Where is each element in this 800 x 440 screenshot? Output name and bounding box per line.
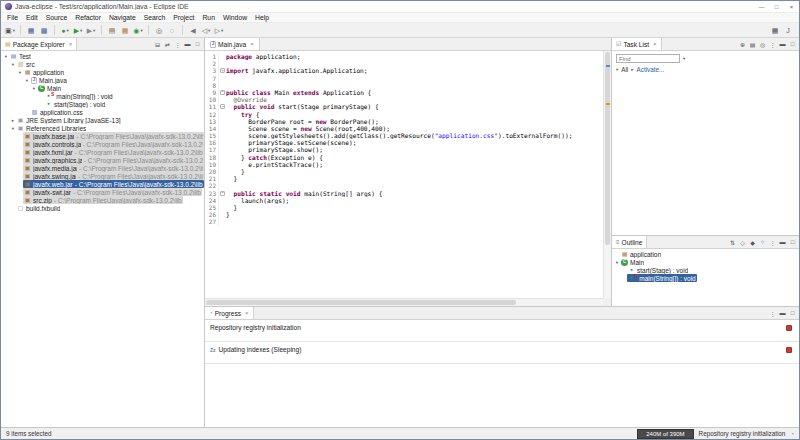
outline-item-application[interactable]: ▦application <box>612 250 799 258</box>
debug-button[interactable]: ●▾ <box>59 24 71 36</box>
explorer-item-javafx-base-jar[interactable]: ▣javafx.base.jar - C:\Program Files\Java… <box>1 132 204 140</box>
external-tools-button[interactable]: ▶▾ <box>85 24 97 36</box>
categorized-icon[interactable]: ▤ <box>748 40 757 49</box>
view-menu-icon[interactable]: ⋮ <box>768 238 777 247</box>
menu-window[interactable]: Window <box>219 14 251 21</box>
find-input[interactable] <box>616 54 680 63</box>
menu-edit[interactable]: Edit <box>22 14 42 21</box>
explorer-item-referenced-libraries[interactable]: ▾▣Referenced Libraries <box>1 124 204 132</box>
explorer-item-javafx-media-jar[interactable]: ▣javafx.media.jar - C:\Program Files\Jav… <box>1 164 204 172</box>
editor-vertical-scrollbar[interactable] <box>603 51 611 298</box>
open-perspective-button[interactable]: ▦ <box>769 24 781 36</box>
code-line-12[interactable]: 12 try { <box>205 111 603 118</box>
close-button[interactable]: × <box>784 1 799 12</box>
minimize-view-icon[interactable]: ▬ <box>778 238 787 247</box>
hide-fields-icon[interactable]: ◇ <box>738 238 747 247</box>
sort-icon[interactable]: ⇅ <box>728 238 737 247</box>
close-icon[interactable]: × <box>250 41 254 47</box>
code-line-14[interactable]: 14 Scene scene = new Scene(root,400,400)… <box>205 125 603 132</box>
code-line-23[interactable]: 23− public static void main(String[] arg… <box>205 190 603 197</box>
outline-item-main[interactable]: ▾CMain <box>612 258 799 266</box>
fold-expanded-icon[interactable]: − <box>218 89 226 96</box>
scrollbar-thumb[interactable] <box>605 52 610 245</box>
code-line-22[interactable]: 22 <box>205 182 603 189</box>
explorer-item-build-fxbuild[interactable]: ▢build.fxbuild <box>1 204 204 212</box>
code-line-20[interactable]: 20 } <box>205 168 603 175</box>
menu-project[interactable]: Project <box>169 14 198 21</box>
code-line-21[interactable]: 21 } <box>205 175 603 182</box>
code-line-10[interactable]: 10 @Override <box>205 96 603 103</box>
close-icon[interactable]: × <box>245 310 249 316</box>
explorer-item-main-string-void[interactable]: ●Smain(String[]) : void <box>1 92 204 100</box>
chevron-down-icon[interactable]: ▾ <box>616 67 618 72</box>
run-button[interactable]: ▶▾ <box>72 24 84 36</box>
tab-package-explorer[interactable]: ▤ Package Explorer × <box>1 38 77 50</box>
fold-expanded-icon[interactable]: − <box>218 103 226 110</box>
menu-help[interactable]: Help <box>251 14 273 21</box>
explorer-item-main[interactable]: ▾CMain <box>1 84 204 92</box>
minimize-view-icon[interactable]: ▬ <box>183 40 192 49</box>
fold-collapsed-icon[interactable]: + <box>218 67 226 74</box>
code-line-9[interactable]: 9−public class Main extends Application … <box>205 89 603 96</box>
search-button[interactable]: ◌ <box>166 24 178 36</box>
code-line-13[interactable]: 13 BorderPane root = new BorderPane(); <box>205 118 603 125</box>
explorer-item-start-stage-void[interactable]: ●start(Stage) : void <box>1 100 204 108</box>
progress-indicator-icon[interactable]: ◔ <box>790 431 794 437</box>
activate-link[interactable]: Activate... <box>637 66 665 73</box>
code-line-27[interactable]: 27 <box>205 218 603 225</box>
link-with-editor-icon[interactable]: ⇄ <box>163 40 172 49</box>
code-line-2[interactable]: 2 <box>205 60 603 67</box>
focus-on-workweek-icon[interactable]: ◎ <box>758 40 767 49</box>
explorer-item-javafx-swt-jar[interactable]: ▣javafx-swt.jar - C:\Program Files\Java\… <box>1 188 204 196</box>
stop-task-button[interactable] <box>786 347 792 353</box>
new-java-project-button[interactable]: ▤ <box>106 24 118 36</box>
open-type-button[interactable]: ◎ <box>153 24 165 36</box>
maximize-view-icon[interactable]: □ <box>788 309 797 318</box>
menu-navigate[interactable]: Navigate <box>105 14 140 21</box>
explorer-item-javafx-web-jar[interactable]: ▣javafx.web.jar - C:\Program Files\Java\… <box>1 180 204 188</box>
menu-refactor[interactable]: Refactor <box>71 14 105 21</box>
view-menu-icon[interactable]: ⋮ <box>173 40 182 49</box>
outline-item-start-stage-void[interactable]: ●start(Stage) : void <box>612 266 799 274</box>
back-button[interactable]: ◁▾ <box>200 24 212 36</box>
code-line-16[interactable]: 16 primaryStage.setScene(scene); <box>205 139 603 146</box>
scope-all-label[interactable]: All <box>621 66 628 73</box>
new-task-icon[interactable]: ⊕ <box>738 40 747 49</box>
explorer-item-src[interactable]: ▾▥src <box>1 60 204 68</box>
minimize-view-icon[interactable]: ▬ <box>778 40 787 49</box>
save-button[interactable]: ▦ <box>25 24 37 36</box>
tab-outline[interactable]: ≡ Outline <box>612 236 647 248</box>
code-line-3[interactable]: 3+import javafx.application.Application; <box>205 67 603 74</box>
maximize-view-icon[interactable]: □ <box>193 40 202 49</box>
view-menu-icon[interactable]: ⋮ <box>768 309 777 318</box>
new-wizard-button[interactable]: ▣▾ <box>4 24 16 36</box>
code-line-18[interactable]: 18 } catch(Exception e) { <box>205 154 603 161</box>
explorer-item-application-css[interactable]: ▧application.css <box>1 108 204 116</box>
hide-non-public-icon[interactable]: ○ <box>758 238 767 247</box>
view-menu-icon[interactable]: ⋮ <box>768 40 777 49</box>
maximize-view-icon[interactable]: □ <box>788 238 797 247</box>
explorer-item-javafx-graphics-jar[interactable]: ▣javafx.graphics.jar - C:\Program Files\… <box>1 156 204 164</box>
java-perspective-button[interactable]: J <box>782 24 794 36</box>
code-line-25[interactable]: 25 } <box>205 204 603 211</box>
code-line-17[interactable]: 17 primaryStage.show(); <box>205 146 603 153</box>
stop-task-button[interactable] <box>786 325 792 331</box>
explorer-item-javafx-fxml-jar[interactable]: ▣javafx.fxml.jar - C:\Program Files\Java… <box>1 148 204 156</box>
tab-task-list[interactable]: ☑ Task List × <box>612 38 662 50</box>
forward-button[interactable]: ▷▾ <box>213 24 225 36</box>
menu-run[interactable]: Run <box>198 14 218 21</box>
explorer-item-javafx-controls-jar[interactable]: ▣javafx.controls.jar - C:\Program Files\… <box>1 140 204 148</box>
explorer-item-main-java[interactable]: ▾JMain.java <box>1 76 204 84</box>
minimize-view-icon[interactable]: ▬ <box>778 309 787 318</box>
tab-main-java[interactable]: J Main.java × <box>205 38 260 50</box>
maximize-view-icon[interactable]: □ <box>788 40 797 49</box>
last-edit-location-button[interactable]: ◀ <box>187 24 199 36</box>
hide-static-members-icon[interactable]: ◆ <box>748 238 757 247</box>
close-icon[interactable]: × <box>69 41 73 47</box>
menu-source[interactable]: Source <box>42 14 72 21</box>
maximize-button[interactable]: □ <box>769 1 784 12</box>
save-all-button[interactable]: ▩ <box>38 24 50 36</box>
explorer-item-src-zip[interactable]: ▣src.zip - C:\Program Files\Java\javafx-… <box>1 196 204 204</box>
tab-progress[interactable]: ◔ Progress × <box>205 307 254 319</box>
code-line-19[interactable]: 19 e.printStackTrace(); <box>205 161 603 168</box>
